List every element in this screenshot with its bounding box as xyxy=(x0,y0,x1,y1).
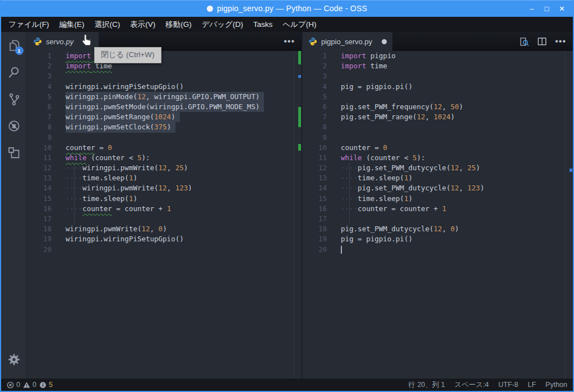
line-content: wiringpi.pwmWrite(12, 0) xyxy=(66,224,167,234)
menu-item-tasks[interactable]: Tasks xyxy=(248,17,278,32)
tab-label: servo.py xyxy=(46,38,73,46)
menu-item-d[interactable]: デバッグ(D) xyxy=(197,17,248,32)
code-line[interactable]: 10counter = 0 xyxy=(302,143,573,153)
line-content: wiringpi.pinMode(12, wiringpi.GPIO.PWM_O… xyxy=(66,92,264,102)
code-token: 25 xyxy=(175,164,184,172)
code-line[interactable]: 5wiringpi.pinMode(12, wiringpi.GPIO.PWM_… xyxy=(27,92,302,102)
tab-pigpio-servo-py[interactable]: pigpio_servo.py xyxy=(302,32,392,51)
code-line[interactable]: 5 xyxy=(302,92,573,102)
code-line[interactable]: 2import time xyxy=(27,61,302,71)
code-line[interactable]: 13····time.sleep(1) xyxy=(27,173,302,183)
scrollbar-edge[interactable] xyxy=(565,51,566,379)
code-editor-pigpio-servo[interactable]: 1import pigpio2import time34pig = pigpio… xyxy=(302,51,573,379)
activity-extensions[interactable] xyxy=(1,139,27,166)
code-line[interactable]: 8wiringpi.pwmSetClock(375) xyxy=(27,122,302,132)
line-number: 12 xyxy=(302,163,327,173)
code-line[interactable]: 9 xyxy=(27,133,302,143)
code-line[interactable]: 20 xyxy=(302,245,573,255)
code-line[interactable]: 11while (counter < 5): xyxy=(302,153,573,163)
menu-item-e[interactable]: 編集(E) xyxy=(54,17,90,32)
line-number: 6 xyxy=(302,102,327,112)
code-line[interactable]: 19wiringpi.wiringPiSetupGpio() xyxy=(27,234,302,244)
tooltip-close-tab: 閉じる (Ctrl+W) xyxy=(94,47,161,63)
code-line[interactable]: 7pig.set_PWM_range(12, 1024) xyxy=(302,112,573,122)
code-line[interactable]: 12····pig.set_PWM_dutycycle(12, 25) xyxy=(302,163,573,173)
menu-item-h[interactable]: ヘルプ(H) xyxy=(277,17,321,32)
scrollbar-edge[interactable] xyxy=(294,51,294,379)
line-number: 9 xyxy=(302,133,327,143)
menu-item-f[interactable]: ファイル(F) xyxy=(3,17,54,32)
more-actions-icon[interactable]: ••• xyxy=(284,37,295,46)
status-language-mode[interactable]: Python xyxy=(545,381,567,389)
code-line[interactable]: 7wiringpi.pwmSetRange(1024) xyxy=(27,112,302,122)
line-number: 1 xyxy=(302,51,327,61)
line-content: wiringpi.pwmSetClock(375) xyxy=(66,122,175,132)
line-number: 1 xyxy=(27,51,52,61)
code-token: , xyxy=(167,164,175,172)
status-indentation[interactable]: スペース:4 xyxy=(455,380,489,390)
line-content: while (counter < 5): xyxy=(341,153,425,163)
more-actions-icon[interactable]: ••• xyxy=(555,37,566,46)
status-eol[interactable]: LF xyxy=(527,381,536,389)
code-line[interactable]: 20 xyxy=(27,245,302,255)
minimize-button[interactable]: – xyxy=(524,0,539,17)
code-line[interactable]: 17 xyxy=(27,214,302,224)
code-line[interactable]: 18wiringpi.pwmWrite(12, 0) xyxy=(27,224,302,234)
code-line[interactable]: 3 xyxy=(302,71,573,81)
code-line[interactable]: 18pig.set_PWM_dutycycle(12, 0) xyxy=(302,224,573,234)
activity-explorer[interactable]: 1 xyxy=(1,32,27,59)
code-line[interactable]: 14····wiringpi.pwmWrite(12, 123) xyxy=(27,183,302,193)
code-token: ) xyxy=(451,113,455,121)
problems-indicator[interactable]: 005 xyxy=(7,381,53,389)
code-line[interactable]: 10counter = 0 xyxy=(27,143,302,153)
line-number: 7 xyxy=(27,112,52,122)
code-token: counter = xyxy=(341,143,383,152)
line-number: 20 xyxy=(302,245,327,255)
code-line[interactable]: 13····time.sleep(1) xyxy=(302,173,573,183)
activity-search[interactable] xyxy=(1,59,27,86)
code-line[interactable]: 3 xyxy=(27,71,302,81)
code-line[interactable]: 17 xyxy=(302,214,573,224)
code-line[interactable]: 1import wiringpi xyxy=(27,51,302,61)
code-line[interactable]: 4wiringpi.wiringPiSetupGpio() xyxy=(27,82,302,92)
code-line[interactable]: 14····pig.set_PWM_dutycycle(12, 123) xyxy=(302,183,573,193)
close-button[interactable]: ✕ xyxy=(554,0,570,17)
indent-guide xyxy=(349,163,350,224)
line-number: 13 xyxy=(27,173,52,183)
code-line[interactable]: 6pig.set_PWM_frequency(12, 50) xyxy=(302,102,573,112)
line-content: ····time.sleep(1) xyxy=(66,194,137,204)
code-token: ) xyxy=(133,174,137,182)
line-number: 17 xyxy=(302,214,327,224)
code-line[interactable]: 4pig = pigpio.pi() xyxy=(302,82,573,92)
code-line[interactable]: 11while (counter < 5): xyxy=(27,153,302,163)
overview-ruler-mark xyxy=(298,144,301,151)
code-line[interactable]: 6wiringpi.pwmSetMode(wiringpi.GPIO.PWM_M… xyxy=(27,102,302,112)
status-encoding[interactable]: UTF-8 xyxy=(498,381,518,389)
split-editor-icon[interactable] xyxy=(537,36,547,46)
line-number: 16 xyxy=(302,204,327,214)
code-editor-servo[interactable]: 1import wiringpi2import time34wiringpi.w… xyxy=(27,51,302,379)
code-line[interactable]: 1import pigpio xyxy=(302,51,573,61)
maximize-button[interactable]: □ xyxy=(539,0,554,17)
code-line[interactable]: 12····wiringpi.pwmWrite(12, 25) xyxy=(27,163,302,173)
code-line[interactable]: 8 xyxy=(302,122,573,132)
code-line[interactable]: 16····counter = counter + 1 xyxy=(27,204,302,214)
activity-source-control[interactable] xyxy=(1,86,27,113)
title-bar[interactable]: pigpio_servo.py — Python — Code - OSS – … xyxy=(1,0,573,17)
code-line[interactable]: 16····counter = counter + 1 xyxy=(302,204,573,214)
menu-item-g[interactable]: 移動(G) xyxy=(160,17,197,32)
code-line[interactable]: 15····time.sleep(1) xyxy=(27,194,302,204)
open-preview-icon[interactable] xyxy=(519,36,529,47)
code-line[interactable]: 15····time.sleep(1) xyxy=(302,194,573,204)
code-token: , xyxy=(425,113,434,121)
status-bar: 005 行 20、列 1スペース:4UTF-8LFPython xyxy=(1,379,573,391)
code-line[interactable]: 19pig = pigpio.pi() xyxy=(302,234,573,244)
activity-debug[interactable] xyxy=(1,113,27,139)
menu-item-v[interactable]: 表示(V) xyxy=(125,17,160,32)
line-number: 14 xyxy=(302,183,327,193)
menu-item-c[interactable]: 選択(C) xyxy=(90,17,126,32)
status-cursor-position[interactable]: 行 20、列 1 xyxy=(408,380,445,390)
code-line[interactable]: 9 xyxy=(302,133,573,143)
code-line[interactable]: 2import time xyxy=(302,61,573,71)
activity-settings[interactable] xyxy=(1,346,27,373)
